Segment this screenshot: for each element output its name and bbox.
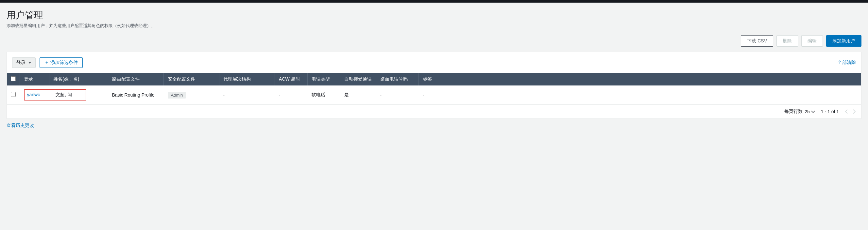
topbar [0, 0, 868, 3]
login-link[interactable]: yanwc [27, 92, 40, 97]
row-auto-accept: 是 [340, 85, 376, 105]
login-filter-dropdown[interactable]: 登录 [12, 58, 36, 68]
security-badge: Admin [168, 92, 186, 99]
row-login-name-cell: yanwc 文超, 闫 [20, 85, 108, 105]
per-page-label: 每页行数 [784, 109, 803, 115]
pagination-row: 每页行数 25 1 - 1 of 1 [7, 105, 861, 118]
add-user-button[interactable]: 添加新用户 [826, 35, 862, 47]
delete-button[interactable]: 删除 [776, 35, 798, 47]
row-name: 文超, 闫 [56, 92, 72, 97]
users-panel: 登录 ＋ 添加筛选条件 全部清除 登录 姓名(姓，名) 路由配置文件 安全配置文… [6, 52, 862, 119]
users-table: 登录 姓名(姓，名) 路由配置文件 安全配置文件 代理层次结构 ACW 超时 电… [7, 73, 861, 105]
panel-toolbar: 登录 ＋ 添加筛选条件 全部清除 [7, 52, 861, 73]
row-tags: - [419, 85, 862, 105]
page-title: 用户管理 [6, 9, 862, 22]
select-all-checkbox[interactable] [11, 76, 16, 81]
row-acw: - [275, 85, 308, 105]
highlight-box: yanwc 文超, 闫 [24, 89, 86, 101]
clear-all-link[interactable]: 全部清除 [838, 60, 856, 66]
row-desk-phone: - [376, 85, 419, 105]
chevron-left-icon [845, 109, 848, 114]
table-row: yanwc 文超, 闫 Basic Routing Profile Admin … [7, 85, 861, 105]
caret-down-icon [28, 62, 31, 64]
header-acw: ACW 超时 [275, 73, 308, 85]
header-hierarchy: 代理层次结构 [219, 73, 275, 85]
row-routing: Basic Routing Profile [108, 85, 164, 105]
prev-page-button[interactable] [845, 109, 848, 114]
header-security: 安全配置文件 [164, 73, 219, 85]
chevron-right-icon [853, 109, 856, 114]
page-wrapper: 用户管理 添加或批量编辑用户，并为这些用户配置适其角色的权限（例如代理或经理）。… [0, 3, 868, 135]
action-row: 下载 CSV 删除 编辑 添加新用户 [6, 35, 862, 47]
header-auto-accept: 自动接受通话 [340, 73, 376, 85]
per-page-value: 25 [805, 109, 810, 114]
page-description: 添加或批量编辑用户，并为这些用户配置适其角色的权限（例如代理或经理）。 [6, 23, 862, 29]
header-desk-phone: 桌面电话号码 [376, 73, 419, 85]
table-body: yanwc 文超, 闫 Basic Routing Profile Admin … [7, 85, 861, 105]
header-routing: 路由配置文件 [108, 73, 164, 85]
row-checkbox[interactable] [11, 92, 16, 97]
next-page-button[interactable] [853, 109, 856, 114]
per-page: 每页行数 25 [784, 109, 815, 115]
view-history-link[interactable]: 查看历史更改 [6, 123, 34, 128]
row-hierarchy: - [219, 85, 275, 105]
header-phone-type: 电话类型 [308, 73, 340, 85]
row-checkbox-cell [7, 85, 20, 105]
per-page-select[interactable]: 25 [805, 109, 815, 114]
download-csv-button[interactable]: 下载 CSV [741, 35, 773, 47]
login-filter-label: 登录 [17, 60, 26, 66]
pager-icons [845, 109, 856, 114]
pagination-range: 1 - 1 of 1 [821, 109, 839, 114]
row-phone-type: 软电话 [308, 85, 340, 105]
edit-button[interactable]: 编辑 [801, 35, 823, 47]
row-security-cell: Admin [164, 85, 219, 105]
header-tags: 标签 [419, 73, 862, 85]
add-filter-button[interactable]: ＋ 添加筛选条件 [39, 58, 83, 68]
header-login: 登录 [20, 73, 50, 85]
table-head: 登录 姓名(姓，名) 路由配置文件 安全配置文件 代理层次结构 ACW 超时 电… [7, 73, 861, 85]
chevron-down-icon [811, 111, 815, 113]
header-name: 姓名(姓，名) [50, 73, 108, 85]
select-all-header [7, 73, 20, 85]
